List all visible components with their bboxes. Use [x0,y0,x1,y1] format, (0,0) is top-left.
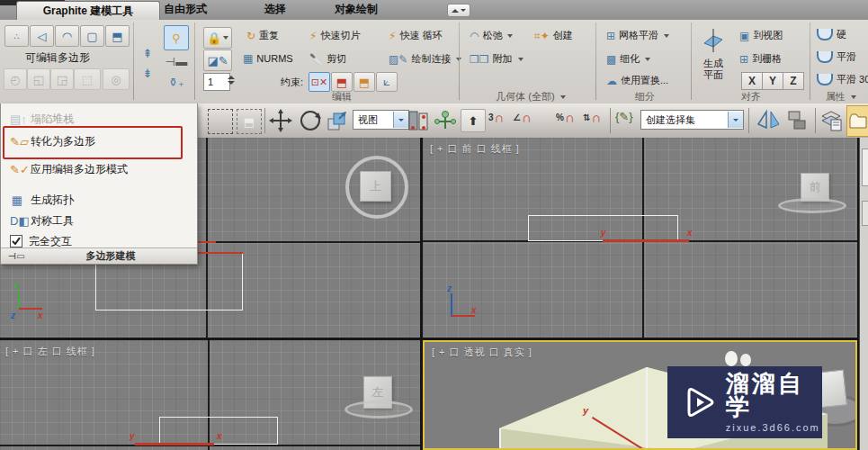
select-and-manipulate-button[interactable] [434,108,457,133]
named-selection-set-dropdown[interactable]: 创建选择集 [640,110,744,130]
viewport-perspective[interactable]: [ + 口 透视 口 真实 ] y 溜溜自学 zixue.3d66.com [423,340,857,450]
preview-subobject-button-2[interactable]: ◱ [27,68,50,90]
select-and-rotate-button[interactable] [298,108,323,133]
x-axis-line [19,308,42,310]
reference-coordinate-dropdown[interactable]: 视图 [353,110,409,130]
collapse-stack-icon: ▤↑ [10,112,24,126]
move-icon [269,109,292,132]
layer-manager-button[interactable] [819,107,844,132]
tab-object-paint[interactable]: 对象绘制 [322,0,390,19]
smooth-30-button[interactable]: 平滑 30 [817,73,868,86]
spinner-snap-button[interactable]: ⇅∩ [583,111,601,124]
constrain-none-icon: ⊡✕ [311,76,327,88]
vertex-mode-button[interactable]: ∴ [4,25,29,47]
align-button[interactable] [786,108,810,131]
edge-mode-button[interactable]: ◁ [30,25,54,47]
constrain-none-button[interactable]: ⊡✕ [309,72,330,92]
box-edge-highlight [646,367,648,450]
tab-freeform[interactable]: 自由形式 [151,0,219,19]
relax-button[interactable]: ◠松弛 [470,29,513,42]
element-mode-button[interactable]: ⬒ [105,25,130,47]
use-displacement-button[interactable]: ☁使用置换... [606,74,668,87]
meshsmooth-button[interactable]: ⊞网格平滑 [606,29,669,42]
menu-item-apply-edit-poly[interactable]: ✎✓ 应用编辑多边形模式 [4,159,195,179]
preserve-uvs-button[interactable]: 🔒 [203,27,232,49]
dropdown-arrow-icon [507,34,513,38]
to-grid-icon: ⊞ [739,53,748,66]
checkbox-checked-icon[interactable] [10,235,22,248]
edit-named-selection-sets-button[interactable]: {✎} [615,110,633,123]
tab-graphite-modeling-tools[interactable]: Graphite 建模工具 [16,1,160,21]
viewcube-compass-ring[interactable] [345,400,413,418]
previous-modifier-button[interactable]: ⇟ [137,63,158,83]
pin-stack-button[interactable]: ⊣▬ [164,52,189,70]
align-z-button[interactable]: Z [783,72,804,90]
paint-connect-button[interactable]: ▨✎绘制连接 [389,52,461,66]
viewport-left[interactable]: [ + 口 左 口 线框 ] y x 左 [0,340,420,450]
hard-edge-icon [817,29,833,40]
percent-snap-button[interactable]: %∩ [556,111,575,124]
show-end-result-button[interactable]: ⚲ [164,25,189,50]
viewcube[interactable]: 上 [360,171,391,202]
next-modifier-button[interactable]: ⇞ [137,43,158,63]
angle-snap-button[interactable]: ∠∩ [513,111,532,124]
swift-loop-button[interactable]: ⚡快速 循环 [389,29,443,42]
edit-spinner-arrows[interactable] [227,73,236,89]
graphite-toolbar-toggle-button[interactable] [846,105,868,137]
menu-footer-bar[interactable]: ⊣▭ 多边形建模 [1,248,197,264]
magnet-icon: ∩ [565,111,575,124]
geometry-group-label: 几何体 (全部) [468,90,594,104]
tweak-uvs-button[interactable]: ◪✎ [203,50,232,71]
viewcube-compass-ring[interactable] [778,198,846,213]
meshsmooth-icon: ⊞ [606,30,615,42]
repeat-button[interactable]: ↻重复 [246,29,279,42]
constrain-normal-button[interactable]: ⟀ [376,72,398,92]
quick-slice-button[interactable]: ⚡快速切片 [309,29,360,42]
preview-subobject-button-1[interactable]: ◴ [4,68,27,90]
cut-button[interactable]: 🔪剪切 [309,52,346,66]
axis-x-label: x [217,431,222,441]
polygon-mode-button[interactable]: ▢ [80,25,104,47]
preview-subobject-button-5[interactable]: ◎ [103,68,130,90]
axis-y-label: y [601,228,606,238]
ribbon-collapse-button[interactable] [447,4,470,17]
tessellate-button[interactable]: ▩细化 [606,52,650,66]
constrain-edge-button[interactable]: ⬒ [331,72,353,92]
tab-selection[interactable]: 选择 [252,0,299,19]
panel-fragment [862,201,868,226]
collapse-dropdown-icon [461,9,466,12]
viewport-front[interactable]: [ + 口 前 口 线框 ] y x 前 z x [423,138,857,338]
menu-item-symmetry-tool[interactable]: D◧ 对称工具 [4,211,195,230]
align-y-button[interactable]: Y [762,72,783,90]
command-panel-sliver[interactable] [859,138,868,450]
keyboard-shortcut-override-button[interactable]: ⬆ [461,109,486,132]
select-and-move-button[interactable] [268,108,293,133]
panel-fragment [862,148,868,186]
hard-button[interactable]: 硬 [817,28,846,41]
to-view-icon: ▣ [739,30,749,42]
viewport-label[interactable]: [ + 口 透视 口 真实 ] [432,346,532,359]
attach-button[interactable]: ❒❒附加 [470,52,523,66]
preview-subobject-button-4[interactable]: ⬚ [74,68,101,90]
menu-item-generate-topology[interactable]: ▦ 生成拓扑 [4,190,195,210]
constrain-face-button[interactable]: ⬒ [353,72,375,92]
panel-title: 多边形建模 [86,249,136,263]
make-planar-button[interactable]: 生成平面 [698,27,729,90]
align-to-view-button[interactable]: ▣到视图 [739,29,783,42]
window-crossing-button[interactable]: ⬒ [237,109,262,134]
use-pivot-point-button[interactable] [407,109,430,132]
preview-subobject-button-3[interactable]: ◲ [50,68,74,90]
create-button[interactable]: ⌗✦创建 [534,29,573,42]
smooth-button[interactable]: 平滑 [817,50,856,64]
align-x-button[interactable]: X [741,72,763,90]
rectangular-selection-region-button[interactable] [208,109,233,134]
mirror-button[interactable] [756,108,782,131]
border-mode-button[interactable]: ◠ [55,25,79,47]
nurms-button[interactable]: ▦NURMS [243,52,293,65]
viewport-label[interactable]: [ + 口 前 口 线框 ] [430,142,520,156]
select-and-scale-button[interactable] [326,109,349,132]
show-cage-button[interactable]: ⚱₊ [164,70,189,94]
viewport-label[interactable]: [ + 口 左 口 线框 ] [5,345,95,358]
snaps-toggle-button[interactable]: 3∩ [488,111,504,124]
align-to-grid-button[interactable]: ⊞到栅格 [739,52,782,66]
